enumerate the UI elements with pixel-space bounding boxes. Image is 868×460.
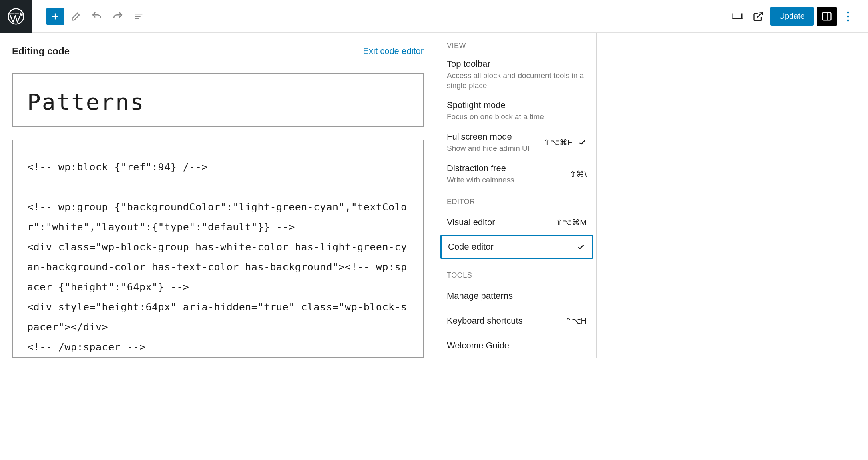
check-icon (577, 242, 585, 251)
menu-section-editor: EDITOR (437, 190, 596, 210)
tools-button[interactable] (67, 8, 85, 25)
update-button[interactable]: Update (770, 7, 814, 26)
svg-point-3 (847, 15, 849, 17)
editor-header: Editing code Exit code editor (12, 46, 424, 57)
toolbar-right: Update (729, 7, 868, 26)
svg-point-4 (847, 19, 849, 21)
document-overview-button[interactable] (130, 8, 147, 25)
more-vertical-icon (847, 11, 849, 22)
menu-item-spotlight-mode[interactable]: Spotlight mode Focus on one block at a t… (437, 95, 596, 127)
options-menu: VIEW Top toolbar Access all block and do… (437, 33, 597, 358)
list-icon (133, 11, 144, 22)
top-toolbar: Update (0, 0, 868, 33)
menu-section-tools: TOOLS (437, 262, 596, 284)
undo-button[interactable] (88, 8, 106, 25)
menu-item-distraction-free[interactable]: Distraction free Write with calmness ⇧⌘\ (437, 158, 596, 190)
post-title[interactable]: Patterns (27, 89, 408, 115)
preview-external-button[interactable] (749, 8, 767, 25)
wordpress-logo[interactable] (0, 0, 32, 33)
menu-item-visual-editor[interactable]: Visual editor ⇧⌥⌘M (437, 210, 596, 235)
post-title-box[interactable]: Patterns (12, 73, 424, 127)
view-button[interactable] (729, 8, 746, 25)
menu-item-fullscreen-mode[interactable]: Fullscreen mode Show and hide admin UI ⇧… (437, 127, 596, 158)
code-content-box[interactable]: <!-- wp:block {"ref":94} /--> <!-- wp:gr… (12, 140, 424, 358)
plus-icon (50, 11, 60, 22)
menu-item-top-toolbar[interactable]: Top toolbar Access all block and documen… (437, 54, 596, 95)
menu-item-code-editor[interactable]: Code editor (440, 235, 593, 259)
toolbar-left (32, 8, 147, 25)
menu-section-view: VIEW (437, 33, 596, 54)
undo-icon (91, 10, 103, 22)
desktop-icon (731, 10, 743, 22)
menu-item-welcome-guide[interactable]: Welcome Guide (437, 333, 596, 358)
check-icon (578, 138, 587, 147)
add-block-button[interactable] (46, 8, 64, 25)
redo-icon (112, 10, 124, 22)
svg-rect-1 (823, 12, 831, 20)
code-editor-area: Editing code Exit code editor Patterns <… (0, 33, 436, 358)
external-link-icon (753, 11, 764, 22)
menu-item-manage-patterns[interactable]: Manage patterns (437, 284, 596, 308)
menu-item-keyboard-shortcuts[interactable]: Keyboard shortcuts ⌃⌥H (437, 308, 596, 333)
sidebar-icon (821, 11, 832, 22)
settings-sidebar-button[interactable] (817, 7, 837, 26)
editing-code-label: Editing code (12, 46, 70, 57)
exit-code-editor-link[interactable]: Exit code editor (363, 46, 424, 56)
redo-button[interactable] (109, 8, 127, 25)
pencil-icon (70, 11, 82, 22)
svg-point-2 (847, 11, 849, 13)
options-button[interactable] (840, 7, 856, 26)
wordpress-icon (7, 8, 25, 25)
